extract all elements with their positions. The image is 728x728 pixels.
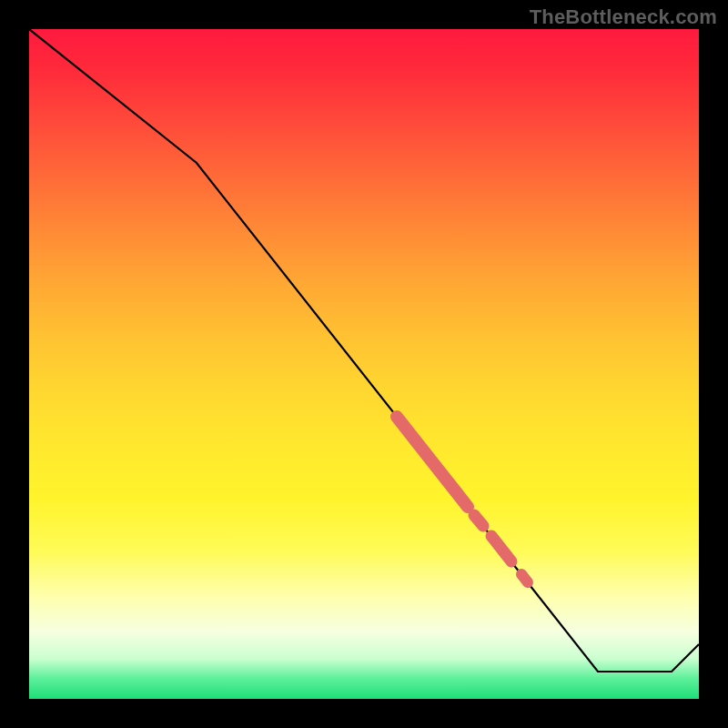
watermark-text: TheBottleneck.com [530,5,717,29]
highlight-segment-2 [474,515,483,526]
highlight-segment-1 [397,417,468,507]
highlight-segment-4 [521,574,528,582]
bottleneck-curve [29,29,699,672]
chart-stage: TheBottleneck.com [0,0,728,728]
highlight-segment-3 [491,536,511,561]
plot-area [29,29,699,699]
curve-layer [29,29,699,699]
